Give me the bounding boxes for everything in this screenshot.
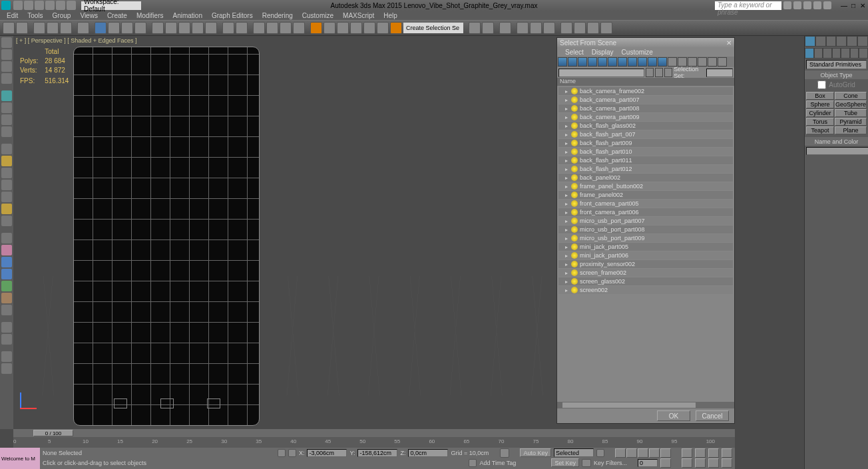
schematic-view-button[interactable] bbox=[530, 22, 542, 34]
snap-options-3[interactable] bbox=[363, 22, 375, 34]
add-time-tag[interactable]: Add Time Tag bbox=[479, 460, 526, 466]
keymode-dropdown[interactable]: Selected bbox=[554, 448, 594, 457]
filter-invert-icon[interactable] bbox=[688, 57, 697, 67]
cameras-subtab[interactable] bbox=[832, 48, 841, 59]
geometry-subtab[interactable] bbox=[805, 48, 814, 59]
expand-icon[interactable]: ▸ bbox=[564, 210, 569, 215]
dialog-column-header[interactable]: Name bbox=[557, 78, 734, 86]
qat-redo-icon[interactable] bbox=[56, 1, 65, 10]
filter-opt3-icon[interactable] bbox=[718, 57, 727, 67]
select-region-button[interactable] bbox=[121, 22, 133, 34]
expand-icon[interactable]: ▸ bbox=[564, 149, 569, 154]
z-coord-input[interactable] bbox=[408, 449, 448, 457]
list-item[interactable]: ▸screen_frame002 bbox=[558, 269, 733, 277]
expand-icon[interactable]: ▸ bbox=[564, 140, 569, 146]
selection-set-dropdown[interactable] bbox=[706, 69, 733, 77]
primitive-tube-button[interactable]: Tube bbox=[835, 109, 867, 117]
lt-2[interactable] bbox=[1, 49, 12, 60]
close-button[interactable]: ✕ bbox=[859, 1, 867, 9]
filter-cameras-icon[interactable] bbox=[588, 57, 597, 67]
setkey-button[interactable]: Set Key bbox=[551, 458, 579, 467]
3-button[interactable] bbox=[324, 22, 335, 34]
undo-button[interactable] bbox=[3, 22, 15, 34]
menu-tools[interactable]: Tools bbox=[23, 12, 47, 19]
link-button[interactable] bbox=[33, 22, 45, 34]
phone-model-wireframe[interactable] bbox=[73, 47, 260, 426]
view-mode-2-icon[interactable] bbox=[664, 68, 672, 77]
rendered-frame-button[interactable] bbox=[574, 22, 586, 34]
primitive-torus-button[interactable]: Torus bbox=[806, 118, 834, 126]
lt-26[interactable] bbox=[1, 363, 12, 374]
filter-xrefs-icon[interactable] bbox=[628, 57, 637, 67]
maxscript-listener[interactable]: Welcome to M bbox=[0, 448, 40, 469]
menu-modifiers[interactable]: Modifiers bbox=[132, 12, 168, 19]
hierarchy-tab[interactable] bbox=[826, 36, 837, 47]
keyboard-shortcut-button[interactable] bbox=[236, 22, 248, 34]
ok-button[interactable]: OK bbox=[657, 410, 690, 421]
mirror-button[interactable] bbox=[469, 22, 481, 34]
nav-minmax-button[interactable] bbox=[722, 458, 732, 468]
dialog-object-list[interactable]: ▸back_camera_frame002▸back_camera_part00… bbox=[557, 86, 734, 402]
list-item[interactable]: ▸back_flash_part010 bbox=[558, 148, 733, 156]
lt-21[interactable] bbox=[1, 293, 12, 303]
filter-frozen-icon[interactable] bbox=[658, 57, 667, 67]
filter-all-icon[interactable] bbox=[668, 57, 677, 67]
object-type-rollout[interactable]: Object Type bbox=[805, 71, 868, 79]
lt-1[interactable] bbox=[1, 37, 12, 48]
expand-icon[interactable]: ▸ bbox=[564, 261, 569, 267]
expand-icon[interactable]: ▸ bbox=[564, 132, 569, 137]
isolate-icon[interactable] bbox=[500, 448, 509, 458]
menu-grapheditors[interactable]: Graph Editors bbox=[208, 12, 257, 19]
primitive-plane-button[interactable]: Plane bbox=[835, 126, 867, 134]
expand-icon[interactable]: ▸ bbox=[564, 192, 569, 198]
setkey-key-icon[interactable] bbox=[582, 459, 591, 467]
maximize-button[interactable]: □ bbox=[849, 1, 857, 9]
lt-14[interactable] bbox=[1, 204, 12, 214]
list-item[interactable]: ▸frame_panel_button002 bbox=[558, 182, 733, 190]
move-button[interactable] bbox=[152, 22, 164, 34]
helpers-subtab[interactable] bbox=[841, 48, 850, 59]
list-item[interactable]: ▸back_flash_part011 bbox=[558, 156, 733, 164]
play-button[interactable] bbox=[638, 448, 648, 458]
select-manipulate-button[interactable] bbox=[222, 22, 234, 34]
dialog-search-input[interactable] bbox=[558, 69, 644, 77]
named-selection-dropdown[interactable]: Create Selection Se bbox=[403, 23, 463, 33]
filter-opt1-icon[interactable] bbox=[698, 57, 707, 67]
menu-group[interactable]: Group bbox=[49, 12, 75, 19]
keyfilters-button[interactable]: Key Filters... bbox=[594, 460, 627, 466]
list-item[interactable]: ▸back_flash_part012 bbox=[558, 165, 733, 173]
qat-save-icon[interactable] bbox=[35, 1, 44, 10]
layers-button[interactable] bbox=[499, 22, 511, 34]
expand-icon[interactable]: ▸ bbox=[564, 227, 569, 232]
modify-tab[interactable] bbox=[815, 36, 826, 47]
list-item[interactable]: ▸mini_jack_part005 bbox=[558, 243, 733, 251]
x-coord-input[interactable] bbox=[307, 449, 347, 457]
percent-snap-button[interactable] bbox=[280, 22, 292, 34]
menu-animation[interactable]: Animation bbox=[168, 12, 206, 19]
filter-none-icon[interactable] bbox=[678, 57, 687, 67]
filter-groups-icon[interactable] bbox=[618, 57, 627, 67]
keymode-config-icon[interactable] bbox=[596, 449, 604, 457]
goto-end-button[interactable] bbox=[660, 448, 671, 458]
list-item[interactable]: ▸micro_usb_port_part007 bbox=[558, 217, 733, 225]
primitive-teapot-button[interactable]: Teapot bbox=[806, 126, 834, 134]
nav-orbit-button[interactable] bbox=[682, 458, 692, 468]
workspace-dropdown[interactable]: Workspace: Default bbox=[81, 1, 141, 10]
list-item[interactable]: ▸screen002 bbox=[558, 286, 733, 294]
lt-7[interactable] bbox=[1, 114, 12, 125]
filter-containers-icon[interactable] bbox=[648, 57, 657, 67]
lt-4[interactable] bbox=[1, 73, 12, 84]
snap-options-1[interactable] bbox=[337, 22, 349, 34]
expand-icon[interactable]: ▸ bbox=[564, 287, 569, 293]
search-input[interactable]: Type a keyword or phrase bbox=[715, 1, 781, 10]
nav-zoomext-button[interactable] bbox=[722, 448, 732, 458]
prev-frame-button[interactable] bbox=[626, 448, 637, 458]
render-iterative-button[interactable] bbox=[600, 22, 612, 34]
bind-spacewarp-button[interactable] bbox=[60, 22, 72, 34]
rotate-button[interactable] bbox=[165, 22, 177, 34]
nav-walk-button[interactable] bbox=[695, 458, 706, 468]
menu-customize[interactable]: Customize bbox=[298, 12, 337, 19]
ref-coord-dropdown[interactable] bbox=[192, 22, 204, 34]
lt-6[interactable] bbox=[1, 102, 12, 113]
exchange-icon[interactable] bbox=[793, 1, 801, 9]
